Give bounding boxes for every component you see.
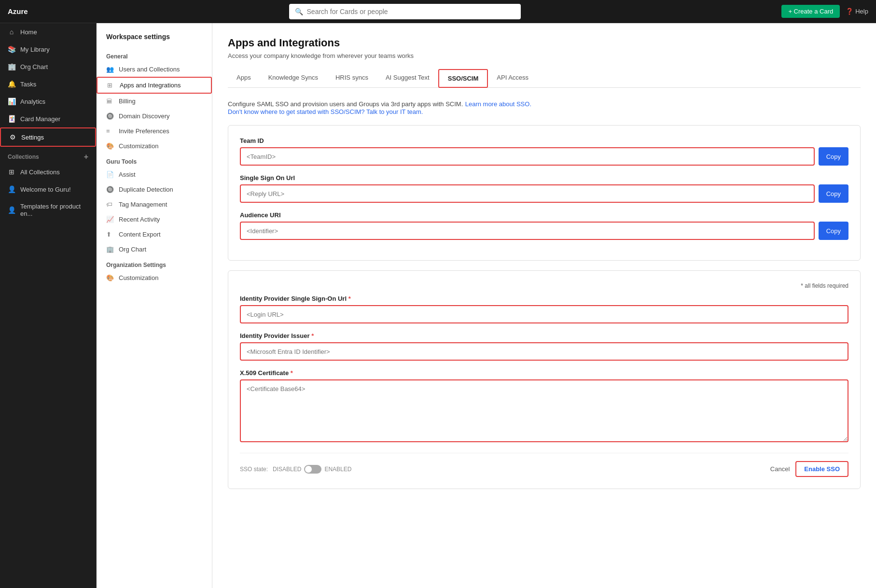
idp-sso-url-label: Identity Provider Single Sign-On Url * (240, 295, 848, 302)
settings-apps-integrations[interactable]: ⊞ Apps and Integrations (97, 77, 212, 94)
tab-sso-scim[interactable]: SSO/SCIM (438, 69, 488, 88)
add-collection-button[interactable]: + (84, 153, 88, 161)
topbar: Azure 🔍 + Create a Card ❓ Help (0, 0, 876, 23)
analytics-icon: 📊 (8, 98, 15, 105)
create-card-button[interactable]: + Create a Card (781, 5, 840, 18)
activity-icon: 📈 (106, 216, 114, 223)
org-chart-icon: 🏢 (8, 63, 15, 70)
tag-icon: 🏷 (106, 201, 114, 208)
sso-state-label: SSO state: (240, 466, 268, 473)
team-id-label: Team ID (240, 137, 848, 144)
page-title: Apps and Integrations (228, 37, 861, 49)
settings-tag-management[interactable]: 🏷 Tag Management (97, 197, 212, 212)
search-input[interactable] (307, 8, 515, 15)
team-id-input[interactable] (240, 147, 815, 166)
duplicate-icon: 🔘 (106, 186, 114, 193)
idp-issuer-input[interactable] (240, 342, 848, 361)
sidebar-item-all-collections[interactable]: ⊞ All Collections (0, 163, 96, 181)
help-button[interactable]: ❓ Help (846, 8, 868, 15)
sidebar-item-tasks[interactable]: 🔔 Tasks (0, 75, 96, 93)
tab-knowledge-syncs[interactable]: Knowledge Syncs (260, 69, 327, 88)
topbar-left: Azure (8, 7, 28, 15)
idp-sso-url-group: Identity Provider Single Sign-On Url * (240, 295, 848, 323)
audience-uri-input[interactable] (240, 222, 815, 240)
certificate-label: X.509 Certificate * (240, 369, 848, 377)
sidebar: ⌂ Home 📚 My Library 🏢 Org Chart 🔔 Tasks … (0, 23, 97, 588)
sso-url-label: Single Sign On Url (240, 174, 848, 182)
sso-disabled-label: DISABLED (273, 466, 301, 473)
info-section: Configure SAML SSO and provision users a… (228, 99, 861, 115)
settings-content-export[interactable]: ⬆ Content Export (97, 227, 212, 242)
page-subtitle: Access your company knowledge from where… (228, 52, 861, 59)
org-icon: 🏢 (106, 246, 114, 253)
tabs-bar: Apps Knowledge Syncs HRIS syncs AI Sugge… (228, 69, 861, 88)
all-collections-icon: ⊞ (8, 168, 15, 176)
sso-url-input[interactable] (240, 184, 815, 203)
idp-sso-url-required: * (348, 295, 351, 302)
footer-buttons: Cancel Enable SSO (770, 461, 848, 477)
sidebar-item-analytics[interactable]: 📊 Analytics (0, 93, 96, 110)
settings-recent-activity[interactable]: 📈 Recent Activity (97, 212, 212, 227)
sidebar-item-my-library[interactable]: 📚 My Library (0, 41, 96, 58)
settings-users-collections[interactable]: 👥 Users and Collections (97, 62, 212, 77)
settings-duplicate-detection[interactable]: 🔘 Duplicate Detection (97, 182, 212, 197)
settings-org-chart[interactable]: 🏢 Org Chart (97, 242, 212, 257)
general-section-title: General (97, 48, 212, 62)
sidebar-item-org-chart[interactable]: 🏢 Org Chart (0, 58, 96, 75)
sso-url-copy-button[interactable]: Copy (819, 184, 848, 203)
settings-org-customization[interactable]: 🎨 Customization (97, 270, 212, 285)
tab-api-access[interactable]: API Access (488, 69, 537, 88)
sidebar-item-home[interactable]: ⌂ Home (0, 23, 96, 41)
certificate-required: * (291, 369, 293, 377)
sso-state: SSO state: DISABLED ENABLED (240, 465, 351, 474)
certificate-textarea[interactable] (240, 379, 848, 442)
settings-assist[interactable]: 📄 Assist (97, 167, 212, 182)
tab-ai-suggest-text[interactable]: AI Suggest Text (377, 69, 438, 88)
enable-sso-button[interactable]: Enable SSO (795, 461, 848, 477)
team-id-group: Team ID Copy (240, 137, 848, 166)
main-layout: ⌂ Home 📚 My Library 🏢 Org Chart 🔔 Tasks … (0, 23, 876, 588)
assist-icon: 📄 (106, 171, 114, 178)
idp-card: * all fields required Identity Provider … (228, 270, 861, 489)
settings-customization[interactable]: 🎨 Customization (97, 139, 212, 154)
card-manager-icon: 🃏 (8, 115, 15, 123)
settings-icon: ⚙ (9, 133, 16, 141)
search-bar[interactable]: 🔍 (289, 4, 521, 19)
billing-icon: 🏛 (106, 98, 114, 105)
sidebar-item-settings[interactable]: ⚙ Settings (0, 127, 96, 147)
learn-more-link[interactable]: Learn more about SSO. (465, 100, 531, 108)
search-icon: 🔍 (295, 8, 303, 15)
invite-icon: ≡ (106, 127, 114, 135)
tab-hris-syncs[interactable]: HRIS syncs (327, 69, 377, 88)
domain-icon: 🔘 (106, 112, 114, 120)
topbar-right: + Create a Card ❓ Help (781, 5, 868, 18)
audience-uri-copy-button[interactable]: Copy (819, 222, 848, 240)
tasks-icon: 🔔 (8, 80, 15, 88)
team-id-copy-button[interactable]: Copy (819, 147, 848, 166)
help-icon: ❓ (846, 8, 853, 15)
workspace-settings-title: Workspace settings (97, 33, 212, 48)
settings-domain-discovery[interactable]: 🔘 Domain Discovery (97, 109, 212, 124)
tab-apps[interactable]: Apps (228, 69, 260, 88)
customization-icon: 🎨 (106, 142, 114, 150)
settings-invite-preferences[interactable]: ≡ Invite Preferences (97, 124, 212, 139)
collections-section-title: Collections + (0, 147, 96, 163)
audience-uri-row: Copy (240, 222, 848, 240)
cancel-button[interactable]: Cancel (770, 465, 790, 473)
sidebar-item-card-manager[interactable]: 🃏 Card Manager (0, 110, 96, 127)
idp-sso-url-input[interactable] (240, 305, 848, 323)
sso-toggle[interactable] (304, 465, 321, 474)
team-id-row: Copy (240, 147, 848, 166)
workspace-settings-panel: Workspace settings General 👥 Users and C… (97, 23, 212, 588)
guru-tools-section-title: Guru Tools (97, 154, 212, 167)
apps-icon: ⊞ (107, 82, 115, 89)
audience-uri-group: Audience URI Copy (240, 211, 848, 240)
audience-uri-label: Audience URI (240, 211, 848, 219)
settings-billing[interactable]: 🏛 Billing (97, 94, 212, 109)
export-icon: ⬆ (106, 231, 114, 238)
home-icon: ⌂ (8, 28, 15, 36)
sidebar-item-welcome[interactable]: 👤 Welcome to Guru! (0, 181, 96, 198)
sidebar-item-templates[interactable]: 👤 Templates for product en... (0, 198, 96, 222)
org-settings-section-title: Organization Settings (97, 257, 212, 270)
sso-url-group: Single Sign On Url Copy (240, 174, 848, 203)
